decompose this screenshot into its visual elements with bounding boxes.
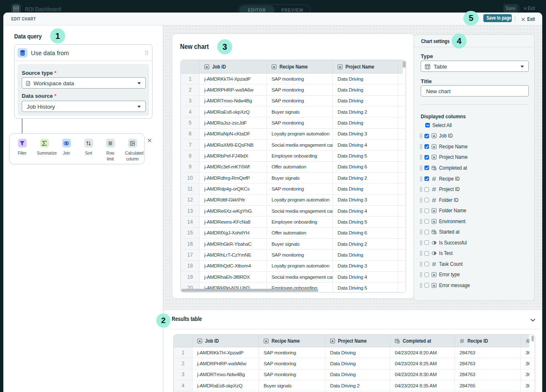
svg-text:A: A (273, 65, 275, 69)
svg-text:A: A (433, 155, 435, 159)
svg-text:A: A (206, 65, 208, 69)
svg-text:A: A (433, 284, 435, 288)
svg-text:A: A (433, 273, 435, 277)
svg-text:A: A (433, 209, 435, 213)
svg-text:A: A (331, 339, 334, 343)
svg-text:A: A (433, 134, 435, 138)
svg-text:A: A (433, 220, 435, 224)
svg-text:A: A (265, 339, 267, 343)
svg-text:A: A (339, 65, 341, 69)
svg-text:A: A (198, 339, 201, 343)
svg-text:A: A (433, 145, 435, 149)
